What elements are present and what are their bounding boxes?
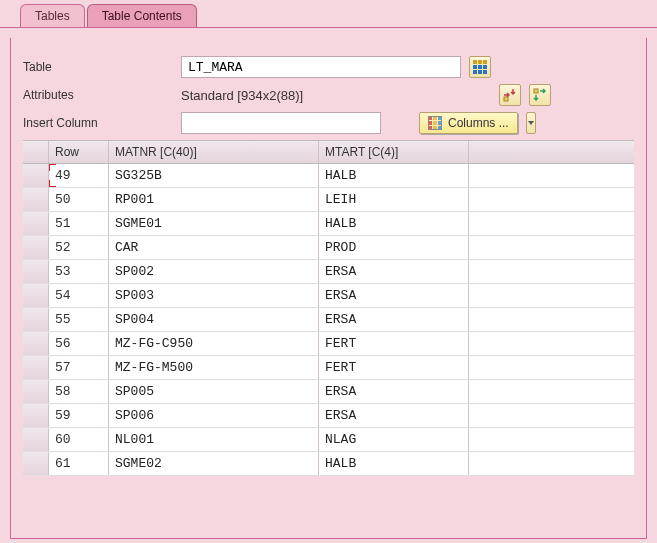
svg-rect-1 — [534, 89, 538, 93]
attributes-value: Standard [934x2(88)] — [181, 88, 461, 103]
cell-mtart[interactable]: ERSA — [319, 260, 469, 283]
cell-mtart[interactable]: PROD — [319, 236, 469, 259]
columns-dropdown-button[interactable] — [526, 112, 536, 134]
row-handle[interactable] — [23, 260, 49, 283]
cell-matnr[interactable]: SP005 — [109, 380, 319, 403]
table-row[interactable]: 60NL001NLAG — [23, 428, 634, 452]
row-handle[interactable] — [23, 236, 49, 259]
table-row[interactable]: 54SP003ERSA — [23, 284, 634, 308]
cell-mtart[interactable]: ERSA — [319, 404, 469, 427]
cell-matnr[interactable]: SP002 — [109, 260, 319, 283]
table-row[interactable]: 58SP005ERSA — [23, 380, 634, 404]
row-handle[interactable] — [23, 188, 49, 211]
cell-mtart[interactable]: FERT — [319, 332, 469, 355]
arrows-in-icon — [503, 88, 517, 102]
tab-tables[interactable]: Tables — [20, 4, 85, 27]
label-table: Table — [23, 60, 173, 74]
cell-mtart[interactable]: ERSA — [319, 380, 469, 403]
cell-mtart[interactable]: LEIH — [319, 188, 469, 211]
cell-mtart[interactable]: HALB — [319, 164, 469, 187]
tab-table-contents[interactable]: Table Contents — [87, 4, 197, 27]
columns-button-label: Columns ... — [448, 116, 509, 130]
table-icon — [473, 60, 487, 74]
row-number: 56 — [49, 332, 109, 355]
cell-matnr[interactable]: SP004 — [109, 308, 319, 331]
table-row[interactable]: 52CARPROD — [23, 236, 634, 260]
row-number: 59 — [49, 404, 109, 427]
insert-column-input[interactable] — [181, 112, 381, 134]
cell-matnr[interactable]: CAR — [109, 236, 319, 259]
row-number: 55 — [49, 308, 109, 331]
row-number: 49 — [49, 164, 109, 187]
row-handle[interactable] — [23, 356, 49, 379]
table-row[interactable]: 51SGME01HALB — [23, 212, 634, 236]
row-handle[interactable] — [23, 308, 49, 331]
cell-mtart[interactable]: HALB — [319, 212, 469, 235]
row-number: 51 — [49, 212, 109, 235]
row-number: 54 — [49, 284, 109, 307]
row-handle[interactable] — [23, 452, 49, 475]
cell-matnr[interactable]: SP006 — [109, 404, 319, 427]
grid-header: Row MATNR [C(40)] MTART [C(4)] — [23, 141, 634, 164]
cell-mtart[interactable]: HALB — [319, 452, 469, 475]
cell-matnr[interactable]: SP003 — [109, 284, 319, 307]
row-handle[interactable] — [23, 164, 49, 187]
row-handle[interactable] — [23, 428, 49, 451]
shrink-columns-button[interactable] — [499, 84, 521, 106]
row-number: 57 — [49, 356, 109, 379]
label-insert-column: Insert Column — [23, 116, 173, 130]
table-row[interactable]: 53SP002ERSA — [23, 260, 634, 284]
value-help-button[interactable] — [469, 56, 491, 78]
row-number: 53 — [49, 260, 109, 283]
table-row[interactable]: 55SP004ERSA — [23, 308, 634, 332]
row-handle[interactable] — [23, 212, 49, 235]
table-row[interactable]: 50RP001LEIH — [23, 188, 634, 212]
label-attributes: Attributes — [23, 88, 173, 102]
cell-matnr[interactable]: NL001 — [109, 428, 319, 451]
row-number: 58 — [49, 380, 109, 403]
cell-matnr[interactable]: MZ-FG-C950 — [109, 332, 319, 355]
col-header-row[interactable]: Row — [49, 141, 109, 163]
table-row[interactable]: 57MZ-FG-M500FERT — [23, 356, 634, 380]
col-header-mtart[interactable]: MTART [C(4)] — [319, 141, 469, 163]
row-handle[interactable] — [23, 404, 49, 427]
cell-mtart[interactable]: FERT — [319, 356, 469, 379]
row-handle[interactable] — [23, 332, 49, 355]
cell-mtart[interactable]: ERSA — [319, 284, 469, 307]
row-handle[interactable] — [23, 380, 49, 403]
col-header-matnr[interactable]: MATNR [C(40)] — [109, 141, 319, 163]
cell-matnr[interactable]: SGME01 — [109, 212, 319, 235]
cell-matnr[interactable]: RP001 — [109, 188, 319, 211]
table-row[interactable]: 61SGME02HALB — [23, 452, 634, 476]
cell-matnr[interactable]: SGME02 — [109, 452, 319, 475]
cell-matnr[interactable]: MZ-FG-M500 — [109, 356, 319, 379]
cell-matnr[interactable]: SG325B — [109, 164, 319, 187]
row-number: 60 — [49, 428, 109, 451]
row-number: 52 — [49, 236, 109, 259]
svg-rect-0 — [504, 97, 508, 101]
arrows-out-icon — [533, 88, 547, 102]
table-name-input[interactable] — [181, 56, 461, 78]
row-handle[interactable] — [23, 284, 49, 307]
data-grid: Row MATNR [C(40)] MTART [C(4)] 49SG325BH… — [23, 140, 634, 476]
columns-icon — [428, 116, 442, 130]
table-row[interactable]: 59SP006ERSA — [23, 404, 634, 428]
tab-bar: Tables Table Contents — [0, 0, 657, 28]
table-row[interactable]: 56MZ-FG-C950FERT — [23, 332, 634, 356]
col-header-rowhandle[interactable] — [23, 141, 49, 163]
columns-button[interactable]: Columns ... — [419, 112, 518, 134]
cell-mtart[interactable]: ERSA — [319, 308, 469, 331]
table-row[interactable]: 49SG325BHALB — [23, 164, 634, 188]
grid-body: 49SG325BHALB50RP001LEIH51SGME01HALB52CAR… — [23, 164, 634, 476]
row-number: 50 — [49, 188, 109, 211]
chevron-down-icon — [528, 121, 534, 125]
cell-mtart[interactable]: NLAG — [319, 428, 469, 451]
expand-columns-button[interactable] — [529, 84, 551, 106]
table-contents-panel: Table Attributes Standard [934x2(88)] In… — [10, 38, 647, 539]
row-number: 61 — [49, 452, 109, 475]
